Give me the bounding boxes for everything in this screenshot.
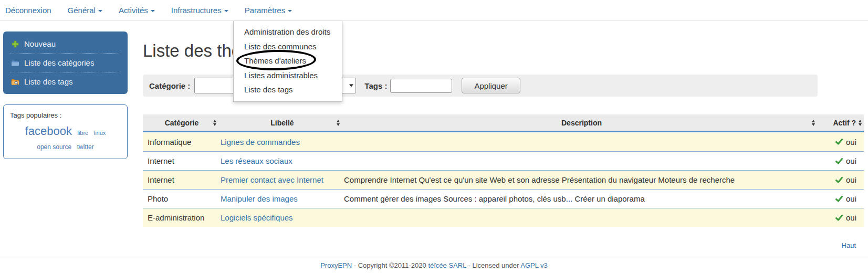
sidebar-item-label: Liste des tags xyxy=(24,77,73,86)
tags-filter-label: Tags : xyxy=(364,81,387,90)
table-row: E-administration Logiciels spécifiques o… xyxy=(143,208,864,227)
check-icon xyxy=(835,176,843,184)
sort-icon xyxy=(213,120,216,126)
cell-categorie: Internet xyxy=(143,175,221,184)
nav-label: Infrastructures xyxy=(171,6,222,15)
caret-down-icon xyxy=(288,10,292,12)
menu-item-liste-des-communes[interactable]: Liste des communes xyxy=(234,39,342,54)
theme-link[interactable]: Lignes de commandes xyxy=(221,138,300,146)
nav-label: Activités xyxy=(119,6,148,15)
cell-actif: oui xyxy=(819,138,864,146)
table-row: Informatique Lignes de commandes oui xyxy=(143,132,864,151)
actif-value: oui xyxy=(846,213,856,222)
nav-label: Déconnexion xyxy=(5,6,51,15)
popular-tags-box: Tags populaires : facebook libre linux o… xyxy=(3,104,128,159)
column-label: Catégorie xyxy=(165,119,199,127)
parametres-dropdown-menu: Administration des droits Liste des comm… xyxy=(233,21,342,102)
tag-twitter[interactable]: twitter xyxy=(77,143,94,151)
nav-item-infrastructures[interactable]: Infrastructures xyxy=(171,6,228,15)
cell-categorie: E-administration xyxy=(143,213,221,222)
column-header-libelle[interactable]: Libellé xyxy=(221,114,344,131)
tags-filter-input[interactable] xyxy=(390,79,452,93)
footer: ProxyEPN - Copyright ©2011-2020 téïcée S… xyxy=(0,257,868,269)
footer-text: - Copyright ©2011-2020 xyxy=(352,261,428,269)
tag-facebook[interactable]: facebook xyxy=(25,124,72,138)
check-icon xyxy=(835,138,843,146)
check-icon xyxy=(835,195,843,203)
cell-categorie: Internet xyxy=(143,156,221,165)
cell-actif: oui xyxy=(819,194,864,203)
menu-item-themes-ateliers[interactable]: Thèmes d'ateliers xyxy=(234,54,342,68)
sort-icon xyxy=(337,120,340,126)
menu-item-listes-administrables[interactable]: Listes administrables xyxy=(234,68,342,83)
folder-icon xyxy=(11,59,19,67)
sort-icon xyxy=(812,120,815,126)
caret-down-icon xyxy=(151,10,155,12)
column-label: Libellé xyxy=(270,119,294,127)
table-row: Internet Les réseaux sociaux oui xyxy=(143,151,864,170)
menu-item-administration-des-droits[interactable]: Administration des droits xyxy=(234,25,342,39)
table-header: Catégorie Libellé Description Actif ? xyxy=(143,114,864,132)
check-icon xyxy=(835,214,843,222)
category-filter-label: Catégorie : xyxy=(149,81,190,90)
nav-item-parametres[interactable]: Paramètres xyxy=(245,6,292,15)
footer-app-link[interactable]: ProxyEPN xyxy=(320,261,352,269)
folder-search-icon xyxy=(11,78,19,86)
check-icon xyxy=(835,157,843,165)
theme-link[interactable]: Les réseaux sociaux xyxy=(221,156,292,165)
table-row: Photo Manipuler des images Comment gérer… xyxy=(143,189,864,208)
sort-icon xyxy=(859,120,862,126)
caret-down-icon xyxy=(224,10,228,12)
actif-value: oui xyxy=(846,138,856,146)
sidebar-item-label: Liste des catégories xyxy=(24,58,94,67)
cell-description: Comprendre Internet Qu'est ce qu'un site… xyxy=(344,175,819,184)
column-header-actif[interactable]: Actif ? xyxy=(819,114,864,131)
cell-categorie: Photo xyxy=(143,194,221,203)
cell-description: Comment gérer des images Sources : appar… xyxy=(344,194,819,203)
table-row: Internet Premier contact avec Internet C… xyxy=(143,170,864,189)
back-to-top-link[interactable]: Haut xyxy=(842,242,856,249)
theme-link[interactable]: Logiciels spécifiques xyxy=(221,213,293,222)
column-label: Actif ? xyxy=(833,119,856,127)
sidebar: Nouveau Liste des catégories Liste des t… xyxy=(3,32,128,94)
column-header-categorie[interactable]: Catégorie xyxy=(143,114,221,131)
sidebar-item-label: Nouveau xyxy=(24,39,56,48)
caret-down-icon xyxy=(98,10,102,12)
cell-actif: oui xyxy=(819,213,864,222)
menu-item-liste-des-tags[interactable]: Liste des tags xyxy=(234,82,342,97)
cell-actif: oui xyxy=(819,156,864,165)
theme-link[interactable]: Premier contact avec Internet xyxy=(221,175,323,184)
nav-item-deconnexion[interactable]: Déconnexion xyxy=(5,6,51,15)
plus-icon xyxy=(11,40,19,48)
actif-value: oui xyxy=(846,156,856,165)
actif-value: oui xyxy=(846,194,856,203)
popular-tags-title: Tags populaires : xyxy=(10,111,121,119)
nav-label: Paramètres xyxy=(245,6,286,15)
nav-item-activites[interactable]: Activités xyxy=(119,6,155,15)
nav-item-general[interactable]: Général xyxy=(68,6,102,15)
tag-linux[interactable]: linux xyxy=(94,130,106,136)
tag-open-source[interactable]: open source xyxy=(37,143,71,151)
select-caret-icon xyxy=(349,85,353,87)
footer-text: - Licensed under xyxy=(466,261,520,269)
footer-license-link[interactable]: AGPL v3 xyxy=(520,261,548,269)
apply-button[interactable]: Appliquer xyxy=(462,78,520,93)
tag-cloud: facebook libre linux open source twitter xyxy=(10,122,121,153)
themes-table: Catégorie Libellé Description Actif ? In… xyxy=(143,114,864,227)
sidebar-item-nouveau[interactable]: Nouveau xyxy=(11,35,120,54)
column-header-description[interactable]: Description xyxy=(344,114,819,131)
cell-actif: oui xyxy=(819,175,864,184)
column-label: Description xyxy=(561,119,602,127)
cell-categorie: Informatique xyxy=(143,138,221,146)
top-navbar: Déconnexion Général Activités Infrastruc… xyxy=(0,0,868,21)
sidebar-item-liste-des-categories[interactable]: Liste des catégories xyxy=(11,54,120,72)
sidebar-item-liste-des-tags[interactable]: Liste des tags xyxy=(11,72,120,91)
nav-label: Général xyxy=(68,6,96,15)
actif-value: oui xyxy=(846,175,856,184)
footer-company-link[interactable]: téïcée SARL xyxy=(428,261,466,269)
theme-link[interactable]: Manipuler des images xyxy=(221,194,298,203)
tag-libre[interactable]: libre xyxy=(77,130,88,136)
